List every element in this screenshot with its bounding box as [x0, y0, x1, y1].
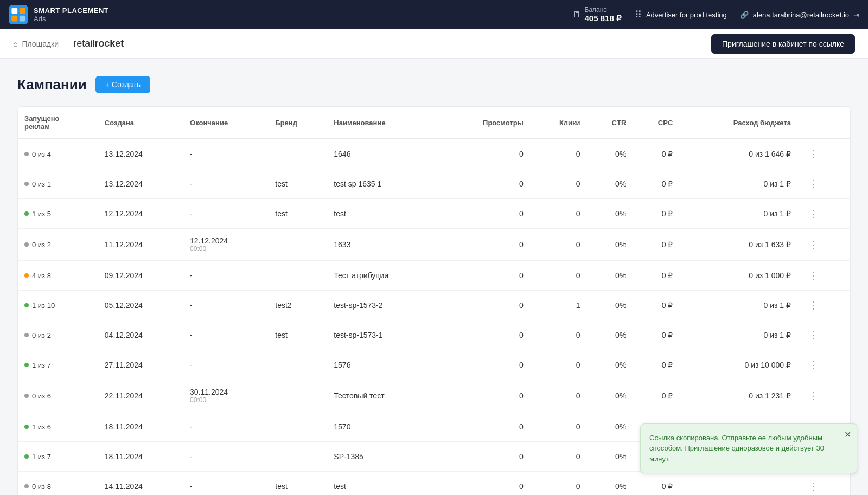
more-button[interactable]: ⋮	[804, 147, 822, 161]
cell-budget: 0 из 1 ₽	[679, 169, 797, 199]
more-button[interactable]: ⋮	[804, 298, 822, 312]
cell-more: ⋮	[797, 139, 850, 169]
page-header: Кампании + Создать	[17, 76, 851, 93]
cell-ctr: 0%	[587, 291, 633, 320]
end-time: 00:00	[190, 245, 262, 253]
cell-name: Тестовый тест	[327, 380, 440, 412]
svg-rect-0	[9, 5, 28, 24]
cell-ctr: 0%	[587, 261, 633, 291]
status-dot	[24, 425, 29, 429]
cell-end: -	[183, 350, 269, 380]
cell-views: 0	[441, 412, 530, 442]
cell-status: 0 из 6	[18, 380, 98, 412]
cell-brand: test2	[269, 291, 327, 320]
cell-created: 22.11.2024	[98, 380, 183, 412]
status-dot	[24, 211, 29, 216]
cell-created: 27.11.2024	[98, 350, 183, 380]
table-row: 0 из 211.12.202412.12.202400:001633000%0…	[18, 229, 850, 261]
more-button[interactable]: ⋮	[804, 328, 822, 342]
grid-icon: ⠿	[635, 9, 642, 21]
breadcrumb-home[interactable]: ⌂ Площадки	[13, 40, 59, 48]
cell-ctr: 0%	[587, 412, 633, 442]
end-date: 30.11.2024	[190, 388, 228, 396]
cell-budget: 0 из 1 ₽	[679, 199, 797, 229]
status-label: 0 из 1	[32, 180, 51, 188]
status-label: 1 из 6	[32, 423, 51, 431]
cell-end: 30.11.202400:00	[183, 380, 269, 412]
status-dot	[24, 303, 29, 307]
table-row: 1 из 512.12.2024-testtest000%0 ₽0 из 1 ₽…	[18, 199, 850, 229]
status-dot	[24, 242, 29, 247]
cell-status: 0 из 8	[18, 472, 98, 496]
cell-cpc: 0 ₽	[633, 380, 679, 412]
invite-button[interactable]: Приглашение в кабинет по ссылке	[711, 34, 855, 54]
status-dot	[24, 152, 29, 156]
status-label: 1 из 5	[32, 210, 51, 218]
cell-brand	[269, 412, 327, 442]
logo-text: SMART PLACEMENT	[34, 7, 108, 15]
col-end: Окончание	[183, 107, 269, 139]
cell-created: 11.12.2024	[98, 229, 183, 261]
cell-more: ⋮	[797, 380, 850, 412]
create-button[interactable]: + Создать	[95, 76, 150, 93]
col-actions	[797, 107, 850, 139]
cell-clicks: 0	[530, 442, 587, 472]
more-button[interactable]: ⋮	[804, 389, 822, 403]
cell-views: 0	[441, 139, 530, 169]
cell-name: 1633	[327, 229, 440, 261]
col-name: Наименование	[327, 107, 440, 139]
status-dot	[24, 333, 29, 337]
cell-ctr: 0%	[587, 169, 633, 199]
table-row: 0 из 113.12.2024-testtest sp 1635 1000%0…	[18, 169, 850, 199]
cell-end: -	[183, 320, 269, 350]
cell-cpc: 0 ₽	[633, 139, 679, 169]
cell-status: 0 из 1	[18, 169, 98, 199]
more-button[interactable]: ⋮	[804, 177, 822, 191]
header-right: 🖥 Баланс 405 818 ₽ ⠿ Advertiser for prod…	[572, 6, 859, 23]
cell-budget	[679, 472, 797, 496]
cell-views: 0	[441, 229, 530, 261]
cell-clicks: 1	[530, 291, 587, 320]
cell-clicks: 0	[530, 261, 587, 291]
table-row: 1 из 1005.12.2024-test2test-sp-1573-2010…	[18, 291, 850, 320]
table-row: 0 из 413.12.2024-1646000%0 ₽0 из 1 646 ₽…	[18, 139, 850, 169]
more-button[interactable]: ⋮	[804, 479, 822, 493]
status-label: 0 из 4	[32, 150, 51, 158]
cell-budget: 0 из 1 ₽	[679, 291, 797, 320]
status-label: 1 из 7	[32, 361, 51, 369]
more-button[interactable]: ⋮	[804, 237, 822, 252]
status-dot	[24, 273, 29, 278]
cell-cpc: 0 ₽	[633, 472, 679, 496]
svg-rect-2	[20, 8, 25, 14]
svg-rect-4	[20, 16, 25, 22]
cell-more: ⋮	[797, 320, 850, 350]
col-status: Запущенореклам	[18, 107, 98, 139]
cell-created: 18.11.2024	[98, 412, 183, 442]
cell-brand: test	[269, 169, 327, 199]
breadcrumb-label: Площадки	[22, 40, 59, 48]
cell-cpc: 0 ₽	[633, 261, 679, 291]
cell-status: 1 из 7	[18, 442, 98, 472]
table-row: 0 из 814.11.2024-testtest000%0 ₽⋮	[18, 472, 850, 496]
col-created: Создана	[98, 107, 183, 139]
svg-rect-1	[11, 8, 17, 14]
logo-ads: Ads	[34, 15, 108, 23]
toast-close-button[interactable]: ✕	[844, 429, 851, 440]
cell-end: -	[183, 442, 269, 472]
cell-name: 1570	[327, 412, 440, 442]
advertiser-label: Advertiser for prod testing	[646, 11, 727, 19]
cell-cpc: 0 ₽	[633, 350, 679, 380]
header: SMART PLACEMENT Ads 🖥 Баланс 405 818 ₽ ⠿…	[0, 0, 868, 29]
end-date: 12.12.2024	[190, 236, 228, 245]
cell-name: SP-1385	[327, 442, 440, 472]
cell-name: test	[327, 472, 440, 496]
sub-header: ⌂ Площадки | retailrocket Приглашение в …	[0, 29, 868, 59]
more-button[interactable]: ⋮	[804, 207, 822, 221]
more-button[interactable]: ⋮	[804, 358, 822, 372]
cell-brand: test	[269, 199, 327, 229]
col-views: Просмотры	[441, 107, 530, 139]
more-button[interactable]: ⋮	[804, 268, 822, 282]
cell-name: test-sp-1573-2	[327, 291, 440, 320]
cell-created: 13.12.2024	[98, 169, 183, 199]
cell-name: test sp 1635 1	[327, 169, 440, 199]
